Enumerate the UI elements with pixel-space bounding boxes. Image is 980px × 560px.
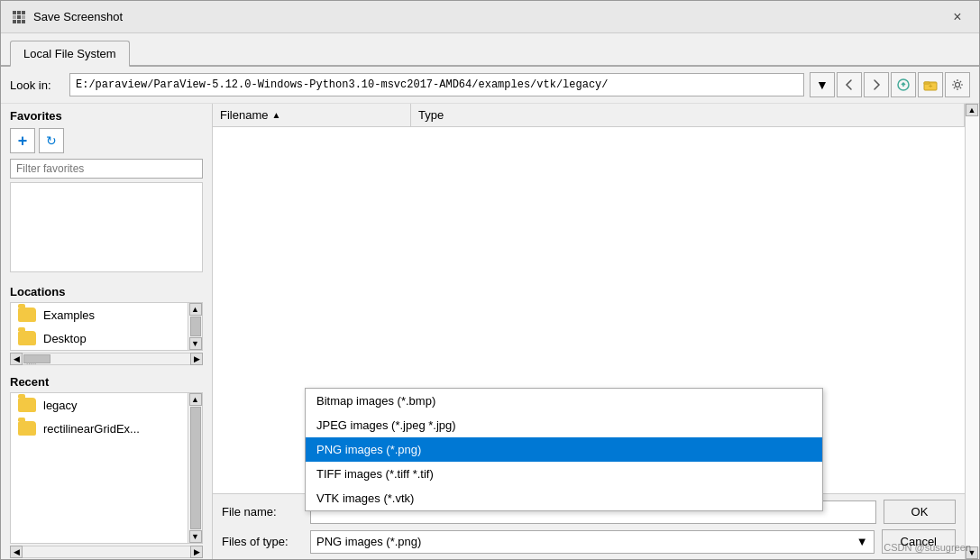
tab-local-file-system[interactable]: Local File System: [10, 41, 130, 67]
back-button[interactable]: [837, 72, 862, 97]
filetype-select-wrapper: PNG images (*.png) ▼: [310, 530, 875, 554]
favorites-toolbar: + ↻: [1, 126, 212, 157]
col-header-filename[interactable]: Filename ▲: [213, 104, 411, 126]
dropdown-item-tiff[interactable]: TIFF images (*.tiff *.tif): [306, 462, 822, 486]
hscroll-left[interactable]: ◀: [10, 353, 23, 365]
folder-icon-rectilinear: [18, 421, 36, 436]
locations-section: Locations Examples Desktop ▲: [1, 276, 212, 370]
file-name-label: File name:: [222, 505, 303, 519]
sidebar: Favorites + ↻ Locations Examples: [1, 104, 213, 559]
forward-button[interactable]: [864, 72, 889, 97]
folder-icon-desktop: [18, 331, 36, 345]
right-vscroll-track: [966, 116, 979, 546]
hscroll-track: ·····: [23, 353, 190, 365]
location-item-desktop[interactable]: Desktop: [11, 326, 188, 350]
create-folder-button[interactable]: +: [918, 72, 943, 97]
right-vscroll-up[interactable]: ▲: [966, 104, 978, 116]
recent-vscrollbar: ▲ ▼: [188, 392, 203, 544]
vscroll-up[interactable]: ▲: [189, 303, 202, 316]
look-in-label: Look in:: [10, 78, 64, 92]
filetype-value: PNG images (*.png): [316, 535, 421, 548]
recent-hscrollbar: ◀ ▶: [10, 545, 203, 559]
col-type-label: Type: [418, 108, 444, 122]
recent-item-legacy[interactable]: legacy: [11, 393, 188, 417]
vscroll-down[interactable]: ▼: [189, 337, 202, 350]
path-input[interactable]: [69, 73, 804, 96]
window-title: Save Screenshot: [33, 10, 123, 23]
dropdown-item-png[interactable]: PNG images (*.png): [306, 437, 822, 462]
filetype-select[interactable]: PNG images (*.png) ▼: [310, 530, 875, 554]
dropdown-item-bmp[interactable]: Bitmap images (*.bmp): [306, 389, 822, 413]
recent-title: Recent: [1, 370, 212, 392]
col-header-type[interactable]: Type: [411, 104, 965, 126]
add-favorite-button[interactable]: +: [10, 128, 35, 153]
sort-icon-filename: ▲: [271, 110, 280, 120]
recent-hscroll-track: [23, 546, 190, 558]
file-list-header: Filename ▲ Type: [213, 104, 965, 127]
location-label-desktop: Desktop: [43, 332, 87, 345]
app-icon: [12, 10, 26, 24]
recent-vscroll-thumb: [190, 407, 201, 529]
tab-bar: Local File System: [1, 33, 979, 67]
recent-label-legacy: legacy: [43, 399, 78, 412]
locations-list: Examples Desktop: [10, 302, 188, 351]
filetype-dropdown: Bitmap images (*.bmp) JPEG images (*.jpe…: [305, 388, 823, 511]
ok-button[interactable]: OK: [884, 500, 956, 524]
locations-hscrollbar: ◀ ····· ▶: [10, 352, 203, 366]
hscroll-right[interactable]: ▶: [190, 353, 203, 365]
filetype-row: Files of type: PNG images (*.png) ▼ Canc…: [213, 527, 965, 559]
location-item-examples[interactable]: Examples: [11, 303, 188, 326]
recent-list: legacy rectilinearGridEx...: [10, 392, 188, 544]
recent-section: Recent legacy rectilinearGridEx... ▲: [1, 370, 212, 559]
folder-icon-legacy: [18, 398, 36, 412]
path-dropdown-btn[interactable]: ▼: [810, 72, 835, 97]
settings-button[interactable]: [945, 72, 970, 97]
recent-vscroll-down[interactable]: ▼: [189, 530, 202, 543]
up-button[interactable]: [891, 72, 916, 97]
title-bar: Save Screenshot ×: [1, 1, 979, 33]
locations-vscrollbar: ▲ ▼: [188, 302, 203, 351]
recent-label-rectilinear: rectilinearGridEx...: [43, 422, 140, 436]
watermark: CSDN @susugreen: [884, 542, 971, 553]
svg-point-4: [956, 83, 960, 87]
hscroll-thumb-loc: ·····: [23, 354, 50, 363]
vscroll-thumb: [190, 317, 201, 336]
location-label-examples: Examples: [43, 308, 95, 322]
toolbar-row: Look in: ▼: [1, 67, 979, 104]
files-of-type-label: Files of type:: [222, 535, 303, 548]
dropdown-item-jpeg[interactable]: JPEG images (*.jpeg *.jpg): [306, 413, 822, 437]
svg-text:+: +: [929, 82, 933, 90]
favorites-list: [10, 182, 203, 272]
col-filename-label: Filename: [220, 108, 268, 122]
favorites-section: Favorites + ↻: [1, 104, 212, 276]
recent-item-rectilinear[interactable]: rectilinearGridEx...: [11, 417, 188, 440]
dialog-window: Save Screenshot × Local File System Look…: [0, 0, 980, 560]
action-btns: OK: [884, 500, 956, 524]
close-button[interactable]: ×: [947, 6, 968, 28]
refresh-favorites-button[interactable]: ↻: [39, 128, 64, 153]
favorites-title: Favorites: [1, 104, 212, 126]
locations-title: Locations: [1, 280, 212, 302]
recent-hscroll-left[interactable]: ◀: [10, 546, 23, 558]
filetype-dropdown-arrow: ▼: [856, 535, 868, 548]
right-vscrollbar: ▲ ▼: [965, 104, 979, 559]
recent-vscroll-up[interactable]: ▲: [189, 393, 202, 406]
folder-icon-examples: [18, 308, 36, 322]
dropdown-item-vtk[interactable]: VTK images (*.vtk): [306, 486, 822, 510]
recent-list-wrapper: legacy rectilinearGridEx... ▲ ▼: [10, 392, 203, 544]
title-bar-left: Save Screenshot: [12, 10, 123, 24]
filter-favorites-input[interactable]: [10, 159, 203, 179]
recent-hscroll-right[interactable]: ▶: [190, 546, 203, 558]
